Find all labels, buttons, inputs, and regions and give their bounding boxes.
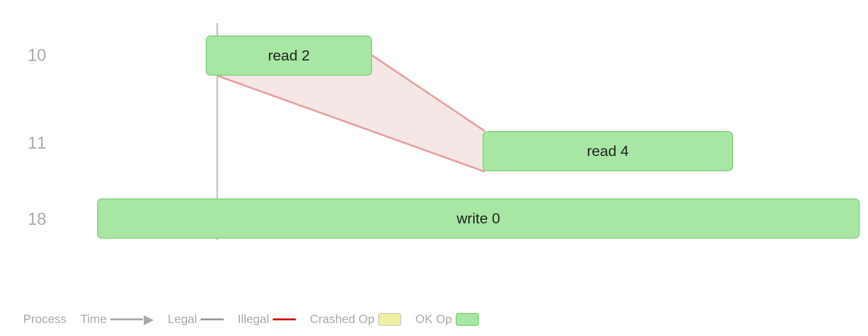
legend-legal: Legal [168, 312, 224, 326]
illegal-line-icon [273, 318, 296, 320]
legend-process: Process [23, 312, 67, 326]
ok-op-icon [456, 313, 479, 326]
legend-ok: OK Op [415, 312, 478, 326]
read2-bar: read 2 [206, 36, 372, 76]
legend-time: Time ▶ [80, 312, 154, 327]
legend-illegal: Illegal [238, 312, 296, 326]
y-label-10: 10 [28, 46, 46, 65]
chart-svg [0, 0, 868, 336]
legal-line-icon [201, 318, 224, 320]
y-label-18: 18 [28, 210, 46, 229]
legend-crashed: Crashed Op [310, 312, 401, 326]
chart-area: 10 11 18 read 2 read 4 write 0 Process T… [0, 0, 868, 336]
y-label-11: 11 [28, 133, 46, 153]
crashed-op-icon [378, 313, 401, 326]
legend: Process Time ▶ Legal Illegal Crashed Op … [23, 312, 479, 327]
write0-bar: write 0 [97, 198, 860, 239]
read4-bar: read 4 [483, 131, 733, 171]
